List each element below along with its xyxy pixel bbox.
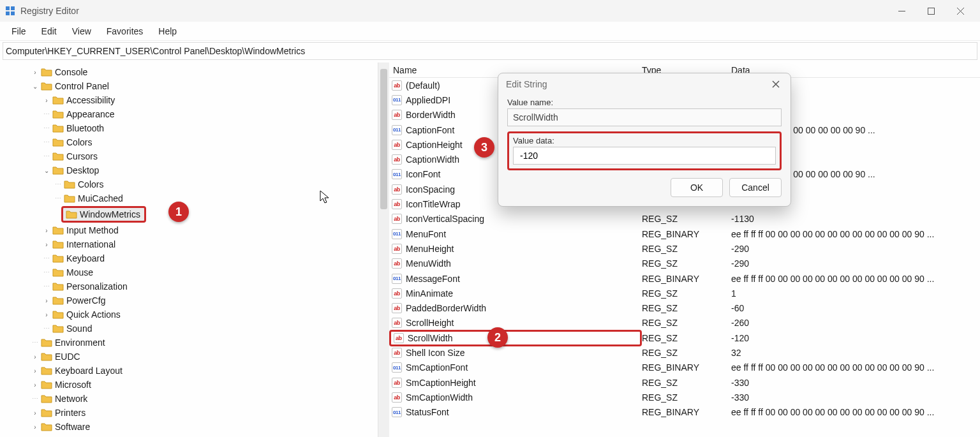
value-data: -260 <box>731 318 980 328</box>
value-data-input[interactable] <box>519 147 770 164</box>
tree-guide-icon: ⋯ <box>42 325 51 332</box>
value-row[interactable]: abShell Icon SizeREG_SZ32 <box>389 345 980 360</box>
chevron-right-icon[interactable]: › <box>42 297 51 304</box>
tree-node-control-panel[interactable]: ⌄Control Panel <box>4 79 389 93</box>
chevron-right-icon[interactable]: › <box>31 410 40 417</box>
svg-rect-5 <box>928 8 934 14</box>
value-row[interactable]: abMenuHeightREG_SZ-290 <box>389 241 980 256</box>
maximize-button[interactable] <box>916 0 946 22</box>
tree-guide-icon: ⋯ <box>54 181 63 188</box>
dialog-close-button[interactable] <box>769 77 783 91</box>
chevron-right-icon[interactable]: › <box>42 311 51 318</box>
tree-node-system[interactable]: ›System <box>4 434 389 437</box>
binary-value-icon: 011 <box>392 362 402 373</box>
value-type: REG_SZ <box>642 303 731 313</box>
tree-node-mouse[interactable]: ⋯Mouse <box>4 265 389 279</box>
tree-node-input-method[interactable]: ›Input Method <box>4 223 389 237</box>
menu-edit[interactable]: Edit <box>35 24 63 39</box>
tree-node-microsoft[interactable]: ›Microsoft <box>4 378 389 392</box>
chevron-right-icon[interactable]: › <box>31 367 40 374</box>
chevron-right-icon[interactable]: › <box>42 227 51 234</box>
value-row[interactable]: 011SmCaptionFontREG_BINARYee ff ff ff 00… <box>389 360 980 375</box>
value-data: -290 <box>731 258 980 269</box>
value-data-field[interactable] <box>513 147 776 165</box>
chevron-right-icon[interactable]: › <box>31 424 40 431</box>
tree-node-cursors[interactable]: ⋯Cursors <box>4 149 389 163</box>
tree-node-desktop[interactable]: ⌄Desktop <box>4 163 389 177</box>
registry-tree[interactable]: ›Console ⌄Control Panel ›Accessibility ⋯… <box>0 63 389 437</box>
minimize-button[interactable] <box>887 0 916 22</box>
tree-node-desktop-colors[interactable]: ⋯Colors <box>4 177 389 191</box>
folder-icon <box>52 96 64 105</box>
string-value-icon: ab <box>392 154 402 165</box>
value-row[interactable]: abMenuWidthREG_SZ-290 <box>389 256 980 271</box>
tree-node-personalization[interactable]: ⋯Personalization <box>4 279 389 293</box>
tree-node-quick-actions[interactable]: ›Quick Actions <box>4 307 389 322</box>
menu-file[interactable]: File <box>5 24 33 39</box>
folder-icon <box>52 254 64 263</box>
tree-node-sound[interactable]: ⋯Sound <box>4 322 389 336</box>
tree-node-muicached[interactable]: ⋯MuiCached <box>4 191 389 205</box>
value-row[interactable]: abSmCaptionHeightREG_SZ-330 <box>389 375 980 390</box>
folder-icon <box>41 394 52 403</box>
value-name-field[interactable]: ScrollWidth <box>507 108 782 126</box>
folder-icon <box>52 268 64 277</box>
value-row[interactable]: abScrollHeightREG_SZ-260 <box>389 316 980 330</box>
tree-node-keyboard-layout[interactable]: ›Keyboard Layout <box>4 364 389 378</box>
chevron-right-icon[interactable]: › <box>31 381 40 389</box>
tree-node-accessibility[interactable]: ›Accessibility <box>4 93 389 107</box>
chevron-right-icon[interactable]: › <box>31 69 40 76</box>
folder-icon <box>52 110 64 119</box>
folder-icon <box>52 296 64 305</box>
value-row[interactable]: 011MessageFontREG_BINARYee ff ff ff 00 0… <box>389 271 980 286</box>
tree-node-bluetooth[interactable]: ⋯Bluetooth <box>4 121 389 135</box>
tree-node-network[interactable]: ⋯Network <box>4 392 389 406</box>
tree-node-keyboard[interactable]: ⋯Keyboard <box>4 251 389 265</box>
binary-value-icon: 011 <box>392 169 402 179</box>
folder-icon <box>41 380 52 389</box>
string-value-icon: ab <box>392 303 402 313</box>
value-row[interactable]: 011StatusFontREG_BINARYee ff ff ff 00 00… <box>389 405 980 420</box>
tree-node-console[interactable]: ›Console <box>4 65 389 79</box>
value-row[interactable]: abPaddedBorderWidthREG_SZ-60 <box>389 300 980 315</box>
string-value-icon: ab <box>392 392 402 403</box>
tree-guide-icon: ⋯ <box>54 195 63 202</box>
value-name: ScrollWidth <box>408 333 637 343</box>
tree-node-software[interactable]: ›Software <box>4 420 389 434</box>
cancel-button[interactable]: Cancel <box>729 178 782 197</box>
value-row[interactable]: abScrollWidthREG_SZ-120 <box>389 330 980 345</box>
menu-favorites[interactable]: Favorites <box>100 24 150 39</box>
menu-view[interactable]: View <box>66 24 98 39</box>
tree-node-printers[interactable]: ›Printers <box>4 406 389 420</box>
address-bar[interactable]: Computer\HKEY_CURRENT_USER\Control Panel… <box>3 42 977 60</box>
tree-guide-icon: ⋯ <box>42 153 51 159</box>
scrollbar-thumb[interactable] <box>380 69 387 209</box>
tree-node-colors[interactable]: ⋯Colors <box>4 135 389 149</box>
tree-node-international[interactable]: ›International <box>4 237 389 251</box>
string-value-icon: ab <box>392 318 402 328</box>
tree-node-powercfg[interactable]: ›PowerCfg <box>4 293 389 307</box>
value-row[interactable]: abMinAnimateREG_SZ1 <box>389 286 980 300</box>
chevron-down-icon[interactable]: ⌄ <box>31 83 40 90</box>
value-data: -330 <box>731 392 980 403</box>
tree-scrollbar[interactable] <box>378 63 389 437</box>
menu-help[interactable]: Help <box>152 24 183 39</box>
chevron-right-icon[interactable]: › <box>42 97 51 104</box>
value-row[interactable]: abIconVerticalSpacingREG_SZ-1130 <box>389 212 980 226</box>
value-row[interactable]: 011MenuFontREG_BINARYee ff ff ff 00 00 0… <box>389 226 980 241</box>
annotation-badge-3: 3 <box>474 137 494 158</box>
chevron-right-icon[interactable]: › <box>42 241 51 248</box>
binary-value-icon: 011 <box>392 407 402 417</box>
folder-icon <box>41 408 52 417</box>
titlebar: Registry Editor <box>0 0 980 22</box>
tree-node-appearance[interactable]: ⋯Appearance <box>4 107 389 121</box>
tree-node-environment[interactable]: ⋯Environment <box>4 336 389 350</box>
chevron-down-icon[interactable]: ⌄ <box>42 167 51 174</box>
value-name: SmCaptionWidth <box>406 392 641 403</box>
tree-node-eudc[interactable]: ›EUDC <box>4 350 389 364</box>
close-button[interactable] <box>946 0 975 22</box>
ok-button[interactable]: OK <box>671 178 723 197</box>
tree-node-windowmetrics[interactable]: WindowMetrics <box>61 206 146 223</box>
value-row[interactable]: abSmCaptionWidthREG_SZ-330 <box>389 390 980 404</box>
chevron-right-icon[interactable]: › <box>31 353 40 360</box>
